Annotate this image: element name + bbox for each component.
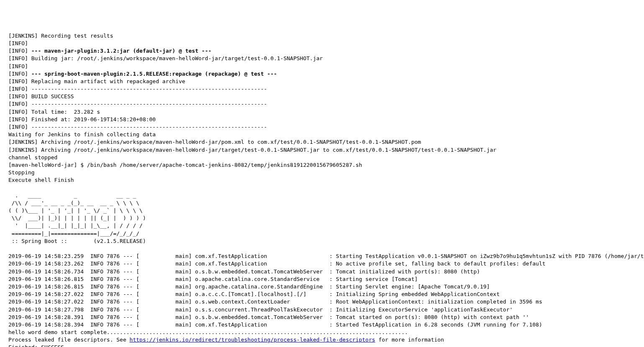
finished-line: Finished: SUCCESS — [8, 344, 64, 347]
log-line: [INFO] — [8, 63, 31, 69]
log-line: [INFO] Building jar: /root/.jenkins/work… — [8, 55, 323, 61]
log-line: 2019-06-19 14:58:27.022 INFO 7876 --- [ … — [8, 299, 542, 305]
log-line: [JENKINS] Archiving /root/.jenkins/works… — [8, 147, 496, 153]
spring-banner-line: /\\ / ___'_ __ _ _(_)_ __ __ _ \ \ \ \ — [8, 200, 139, 206]
spring-banner-line: . ____ _ __ _ _ — [8, 192, 136, 199]
log-line: [JENKINS] Recording test results — [8, 33, 113, 39]
log-line: [INFO] — [8, 48, 31, 54]
log-line: [INFO] — [8, 40, 31, 46]
console-output: [JENKINS] Recording test results [INFO] … — [8, 32, 636, 347]
log-line: 2019-06-19 14:58:26.815 INFO 7876 --- [ … — [8, 283, 490, 290]
spring-banner-line: :: Spring Boot :: (v2.1.5.RELEASE) — [8, 238, 146, 244]
log-line: 2019-06-19 14:58:28.394 INFO 7876 --- [ … — [8, 321, 542, 328]
spring-banner-line: \\/ ___)| |_)| | | | | || (_| | ) ) ) ) — [8, 215, 146, 221]
log-line: [INFO] ---------------------------------… — [8, 86, 267, 92]
log-line: [JENKINS] Archiving /root/.jenkins/works… — [8, 139, 421, 145]
log-line: [INFO] ---------------------------------… — [8, 101, 267, 107]
log-line-total-time: [INFO] Total time: 23.282 s — [8, 109, 100, 115]
log-line: [INFO] ---------------------------------… — [8, 124, 267, 130]
log-line: [maven-helloWord-jar] $ /bin/bash /home/… — [8, 162, 362, 168]
spring-banner-line: =========|_|==============|___/=/_/_/_/ — [8, 230, 139, 237]
log-line: channel stopped — [8, 154, 57, 161]
maven-goal-1: --- maven-jar-plugin:3.1.2:jar (default-… — [31, 48, 211, 54]
log-line: hello word demo start complete..........… — [8, 329, 408, 335]
maven-goal-2: --- spring-boot-maven-plugin:2.1.5.RELEA… — [31, 71, 277, 77]
leak-descriptors-link[interactable]: https://jenkins.io/redirect/troubleshoot… — [130, 337, 375, 343]
log-line: 2019-06-19 14:58:23.262 INFO 7876 --- [ … — [8, 260, 546, 267]
leak-line: Process leaked file descriptors. See htt… — [8, 337, 444, 343]
log-line: 2019-06-19 14:58:27.798 INFO 7876 --- [ … — [8, 306, 513, 313]
log-line: [INFO] — [8, 71, 31, 77]
log-line: 2019-06-19 14:58:26.734 INFO 7876 --- [ … — [8, 268, 480, 275]
log-line: 2019-06-19 14:58:27.022 INFO 7876 --- [ … — [8, 291, 500, 297]
log-line-build-success: [INFO] BUILD SUCCESS — [8, 93, 74, 100]
spring-banner-line: ' |____| .__|_| |_|_| |_\__, | / / / / — [8, 222, 143, 229]
log-line: 2019-06-19 14:58:28.391 INFO 7876 --- [ … — [8, 314, 529, 320]
log-line: Waiting for Jenkins to finish collecting… — [8, 131, 156, 138]
log-line: Stopping — [8, 169, 35, 176]
log-line: Execute shell Finish — [8, 177, 74, 183]
log-line: 2019-06-19 14:58:26.815 INFO 7876 --- [ … — [8, 276, 418, 282]
log-line: [INFO] Replacing main artifact with repa… — [8, 78, 185, 84]
log-line: 2019-06-19 14:58:23.259 INFO 7876 --- [ … — [8, 253, 644, 259]
spring-banner-line: ( ( )\___ | '_ | '_| | '_ \/ _` | \ \ \ … — [8, 207, 143, 214]
log-line-finished-at: [INFO] Finished at: 2019-06-19T14:58:20+… — [8, 116, 156, 122]
